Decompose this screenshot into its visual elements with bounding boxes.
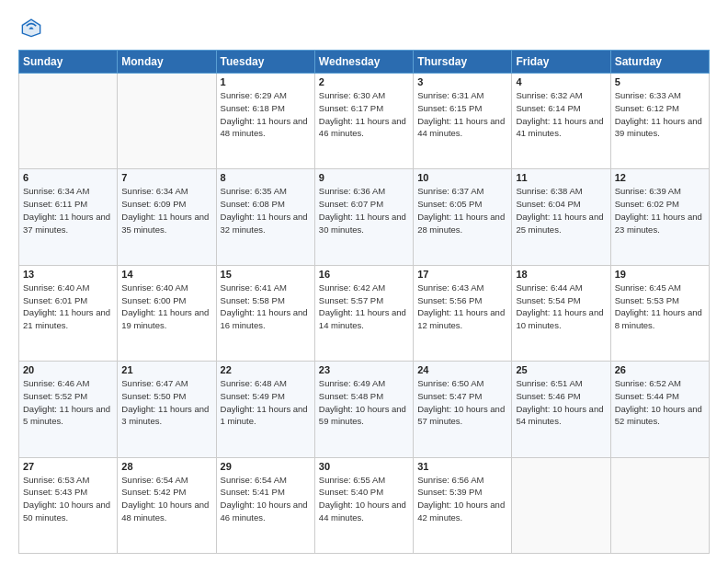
calendar-cell — [512, 457, 610, 553]
calendar-week-3: 20Sunrise: 6:46 AMSunset: 5:52 PMDayligh… — [19, 362, 710, 457]
day-number: 8 — [221, 172, 311, 183]
cell-text: Sunrise: 6:43 AMSunset: 5:56 PMDaylight:… — [417, 282, 507, 332]
cell-text: Sunrise: 6:48 AMSunset: 5:49 PMDaylight:… — [221, 377, 311, 428]
calendar-week-0: 1Sunrise: 6:29 AMSunset: 6:18 PMDaylight… — [19, 74, 710, 169]
calendar-cell — [118, 74, 216, 169]
calendar-cell — [19, 74, 118, 169]
calendar-cell: 19Sunrise: 6:45 AMSunset: 5:53 PMDayligh… — [610, 265, 709, 361]
calendar-week-4: 27Sunrise: 6:53 AMSunset: 5:43 PMDayligh… — [19, 457, 710, 553]
day-header-friday: Friday — [512, 51, 610, 74]
calendar-cell: 29Sunrise: 6:54 AMSunset: 5:41 PMDayligh… — [216, 457, 314, 553]
calendar-cell: 13Sunrise: 6:40 AMSunset: 6:01 PMDayligh… — [19, 265, 118, 361]
calendar-cell: 11Sunrise: 6:38 AMSunset: 6:04 PMDayligh… — [512, 169, 610, 265]
cell-text: Sunrise: 6:56 AMSunset: 5:39 PMDaylight:… — [417, 474, 507, 524]
day-header-thursday: Thursday — [414, 51, 512, 74]
day-number: 3 — [417, 76, 507, 87]
calendar-cell: 21Sunrise: 6:47 AMSunset: 5:50 PMDayligh… — [118, 362, 216, 457]
day-number: 10 — [417, 172, 507, 183]
day-number: 15 — [221, 269, 311, 280]
cell-text: Sunrise: 6:32 AMSunset: 6:14 PMDaylight:… — [516, 89, 606, 140]
day-number: 17 — [417, 269, 507, 280]
day-number: 13 — [23, 269, 113, 280]
day-header-monday: Monday — [118, 51, 216, 74]
day-number: 18 — [516, 269, 606, 280]
calendar-cell: 5Sunrise: 6:33 AMSunset: 6:12 PMDaylight… — [610, 74, 709, 169]
cell-text: Sunrise: 6:38 AMSunset: 6:04 PMDaylight:… — [516, 185, 606, 236]
cell-text: Sunrise: 6:35 AMSunset: 6:08 PMDaylight:… — [221, 185, 311, 236]
calendar-cell: 24Sunrise: 6:50 AMSunset: 5:47 PMDayligh… — [414, 362, 512, 457]
cell-text: Sunrise: 6:37 AMSunset: 6:05 PMDaylight:… — [417, 185, 507, 236]
cell-text: Sunrise: 6:49 AMSunset: 5:48 PMDaylight:… — [319, 377, 409, 428]
cell-text: Sunrise: 6:51 AMSunset: 5:46 PMDaylight:… — [516, 377, 606, 428]
page-header — [18, 15, 710, 40]
cell-text: Sunrise: 6:40 AMSunset: 6:01 PMDaylight:… — [23, 282, 113, 332]
day-number: 4 — [516, 76, 606, 87]
day-number: 21 — [121, 364, 211, 375]
calendar-week-1: 6Sunrise: 6:34 AMSunset: 6:11 PMDaylight… — [19, 169, 710, 265]
cell-text: Sunrise: 6:54 AMSunset: 5:42 PMDaylight:… — [121, 474, 211, 524]
day-number: 27 — [23, 461, 113, 472]
day-number: 14 — [121, 269, 211, 280]
cell-text: Sunrise: 6:31 AMSunset: 6:15 PMDaylight:… — [417, 89, 507, 140]
cell-text: Sunrise: 6:34 AMSunset: 6:09 PMDaylight:… — [121, 185, 211, 236]
calendar-cell: 20Sunrise: 6:46 AMSunset: 5:52 PMDayligh… — [19, 362, 118, 457]
day-header-saturday: Saturday — [610, 51, 709, 74]
day-number: 24 — [417, 364, 507, 375]
day-number: 9 — [319, 172, 409, 183]
cell-text: Sunrise: 6:47 AMSunset: 5:50 PMDaylight:… — [121, 377, 211, 428]
calendar-cell: 28Sunrise: 6:54 AMSunset: 5:42 PMDayligh… — [118, 457, 216, 553]
day-number: 5 — [615, 76, 705, 87]
cell-text: Sunrise: 6:29 AMSunset: 6:18 PMDaylight:… — [221, 89, 311, 140]
cell-text: Sunrise: 6:30 AMSunset: 6:17 PMDaylight:… — [319, 89, 409, 140]
calendar-cell: 14Sunrise: 6:40 AMSunset: 6:00 PMDayligh… — [118, 265, 216, 361]
cell-text: Sunrise: 6:39 AMSunset: 6:02 PMDaylight:… — [615, 185, 705, 236]
cell-text: Sunrise: 6:52 AMSunset: 5:44 PMDaylight:… — [615, 377, 705, 428]
calendar-cell — [610, 457, 709, 553]
calendar-cell: 18Sunrise: 6:44 AMSunset: 5:54 PMDayligh… — [512, 265, 610, 361]
cell-text: Sunrise: 6:46 AMSunset: 5:52 PMDaylight:… — [23, 377, 113, 428]
calendar-header-row: SundayMondayTuesdayWednesdayThursdayFrid… — [19, 51, 710, 74]
cell-text: Sunrise: 6:42 AMSunset: 5:57 PMDaylight:… — [319, 282, 409, 332]
calendar-cell: 25Sunrise: 6:51 AMSunset: 5:46 PMDayligh… — [512, 362, 610, 457]
calendar-cell: 2Sunrise: 6:30 AMSunset: 6:17 PMDaylight… — [314, 74, 413, 169]
day-number: 30 — [319, 461, 409, 472]
calendar-cell: 8Sunrise: 6:35 AMSunset: 6:08 PMDaylight… — [216, 169, 314, 265]
cell-text: Sunrise: 6:45 AMSunset: 5:53 PMDaylight:… — [615, 282, 705, 332]
cell-text: Sunrise: 6:55 AMSunset: 5:40 PMDaylight:… — [319, 474, 409, 524]
day-number: 11 — [516, 172, 606, 183]
day-number: 23 — [319, 364, 409, 375]
calendar-cell: 30Sunrise: 6:55 AMSunset: 5:40 PMDayligh… — [314, 457, 413, 553]
calendar-week-2: 13Sunrise: 6:40 AMSunset: 6:01 PMDayligh… — [19, 265, 710, 361]
day-number: 28 — [121, 461, 211, 472]
calendar-cell: 31Sunrise: 6:56 AMSunset: 5:39 PMDayligh… — [414, 457, 512, 553]
logo — [18, 15, 48, 40]
calendar-cell: 1Sunrise: 6:29 AMSunset: 6:18 PMDaylight… — [216, 74, 314, 169]
logo-icon — [18, 15, 44, 40]
calendar-cell: 15Sunrise: 6:41 AMSunset: 5:58 PMDayligh… — [216, 265, 314, 361]
day-number: 26 — [615, 364, 705, 375]
cell-text: Sunrise: 6:34 AMSunset: 6:11 PMDaylight:… — [23, 185, 113, 236]
day-number: 31 — [417, 461, 507, 472]
day-header-tuesday: Tuesday — [216, 51, 314, 74]
day-number: 22 — [221, 364, 311, 375]
calendar-cell: 9Sunrise: 6:36 AMSunset: 6:07 PMDaylight… — [314, 169, 413, 265]
calendar-cell: 12Sunrise: 6:39 AMSunset: 6:02 PMDayligh… — [610, 169, 709, 265]
cell-text: Sunrise: 6:33 AMSunset: 6:12 PMDaylight:… — [615, 89, 705, 140]
calendar-cell: 27Sunrise: 6:53 AMSunset: 5:43 PMDayligh… — [19, 457, 118, 553]
day-header-sunday: Sunday — [19, 51, 118, 74]
cell-text: Sunrise: 6:36 AMSunset: 6:07 PMDaylight:… — [319, 185, 409, 236]
calendar-cell: 22Sunrise: 6:48 AMSunset: 5:49 PMDayligh… — [216, 362, 314, 457]
calendar-cell: 7Sunrise: 6:34 AMSunset: 6:09 PMDaylight… — [118, 169, 216, 265]
calendar-cell: 10Sunrise: 6:37 AMSunset: 6:05 PMDayligh… — [414, 169, 512, 265]
day-header-wednesday: Wednesday — [314, 51, 413, 74]
calendar-cell: 26Sunrise: 6:52 AMSunset: 5:44 PMDayligh… — [610, 362, 709, 457]
day-number: 2 — [319, 76, 409, 87]
day-number: 19 — [615, 269, 705, 280]
day-number: 20 — [23, 364, 113, 375]
cell-text: Sunrise: 6:40 AMSunset: 6:00 PMDaylight:… — [121, 282, 211, 332]
day-number: 16 — [319, 269, 409, 280]
day-number: 25 — [516, 364, 606, 375]
cell-text: Sunrise: 6:44 AMSunset: 5:54 PMDaylight:… — [516, 282, 606, 332]
calendar-cell: 16Sunrise: 6:42 AMSunset: 5:57 PMDayligh… — [314, 265, 413, 361]
cell-text: Sunrise: 6:41 AMSunset: 5:58 PMDaylight:… — [221, 282, 311, 332]
